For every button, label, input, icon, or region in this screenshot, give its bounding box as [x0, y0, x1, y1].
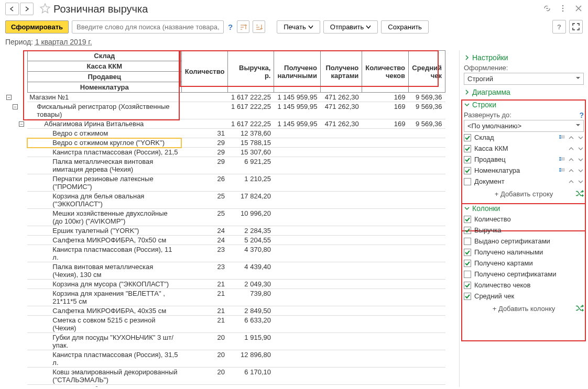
print-button[interactable]: Печать [277, 20, 320, 34]
group-value: 9 569,36 [409, 119, 445, 129]
row-item-label[interactable]: Номенклатура [474, 166, 556, 174]
move-down-icon[interactable] [578, 157, 584, 163]
sort-asc-button[interactable] [237, 20, 249, 33]
form-button[interactable]: Сформировать [5, 20, 69, 34]
move-up-icon[interactable] [568, 168, 574, 174]
nav-back[interactable] [5, 3, 19, 15]
move-down-icon[interactable] [578, 168, 584, 174]
data-row[interactable]: Ковш эмалированный декорированный ("СТАЛ… [27, 368, 181, 385]
group-icon[interactable] [559, 157, 565, 163]
row-item-label[interactable]: Склад [474, 134, 556, 141]
period-value[interactable]: 1 квартал 2019 г. [35, 38, 92, 46]
cell-value: 739,80 [228, 289, 274, 306]
shuffle-icon[interactable] [575, 304, 584, 313]
data-row[interactable]: Корзина для хранения "ВЕЛЕТТА" , 21*11*5… [27, 289, 181, 306]
tree-toggle[interactable]: − [13, 104, 18, 109]
save-button[interactable]: Сохранить [381, 20, 429, 34]
data-row[interactable]: Палка винтовая металлическая (Чехия), 13… [27, 262, 181, 280]
col-item-label[interactable]: Получено наличными [474, 248, 584, 256]
checkbox[interactable] [464, 156, 471, 163]
move-up-icon[interactable] [568, 135, 574, 141]
data-row[interactable]: Ершик туалетный ("YORK") [27, 226, 181, 236]
search-input[interactable] [72, 20, 224, 34]
col-item-label[interactable]: Выдано сертификатами [474, 237, 584, 245]
col-item-label[interactable]: Выручка [474, 226, 584, 234]
add-row-link[interactable]: + Добавить строку [464, 187, 584, 201]
settings-section[interactable]: Настройки [464, 52, 584, 63]
cell-value [320, 157, 362, 174]
group-icon[interactable] [559, 168, 565, 174]
cell-value: 4 439,40 [228, 262, 274, 280]
data-row[interactable]: Салфетка МИКРОФИБРА, 40х35 см [27, 306, 181, 316]
send-button[interactable]: Отправить [323, 20, 378, 34]
design-select[interactable]: Строгий [464, 73, 584, 85]
diagram-section[interactable]: Диаграмма [464, 87, 584, 97]
move-up-icon[interactable] [568, 179, 574, 185]
checkbox[interactable] [464, 134, 471, 141]
checkbox[interactable] [464, 282, 471, 289]
data-row[interactable]: Канистра пластмассовая (Россия), 21,5 [27, 148, 181, 157]
data-row[interactable]: Канистра пластмассовая (Россия), 11 л. [27, 245, 181, 262]
help-rows-icon[interactable]: ? [579, 111, 584, 119]
cell-value [274, 236, 320, 245]
data-row[interactable]: Сметка с совком 5215 с резиной (Чехия) [27, 316, 181, 333]
help-button[interactable]: ? [552, 20, 566, 34]
checkbox[interactable] [464, 227, 471, 234]
row-item-label[interactable]: Продавец [474, 155, 556, 163]
move-down-icon[interactable] [578, 135, 584, 141]
data-row[interactable]: Мешки хозяйственные двухслойные (до 100к… [27, 209, 181, 226]
nav-forward[interactable] [20, 3, 34, 15]
link-icon[interactable] [543, 4, 551, 14]
data-row[interactable]: Корзина для белья пластмассовая прямоуго… [27, 385, 181, 387]
row-item-label[interactable]: Касса ККМ [474, 145, 565, 152]
row-item-label[interactable]: Документ [474, 177, 565, 185]
checkbox[interactable] [464, 167, 471, 174]
rows-section[interactable]: Строки [464, 99, 584, 110]
cell-value: 2 049,30 [228, 280, 274, 289]
group-icon[interactable] [559, 135, 565, 141]
data-row[interactable]: Ведро с отжимом круглое ("YORK") [27, 138, 181, 148]
cols-section[interactable]: Колонки [464, 203, 584, 214]
checkbox[interactable] [464, 249, 471, 256]
data-row[interactable]: Корзина для белья овальная ("ЭККОПЛАСТ") [27, 192, 181, 209]
col-item-label[interactable]: Получено картами [474, 259, 584, 267]
checkbox[interactable] [464, 238, 471, 245]
close-icon[interactable] [574, 4, 583, 14]
move-down-icon[interactable] [578, 179, 584, 185]
tree-toggle[interactable]: − [19, 121, 24, 127]
sort-desc-button[interactable] [253, 20, 265, 33]
checkbox[interactable] [464, 216, 471, 223]
group-row[interactable]: Абнагимова Ирина Витальевна [27, 119, 181, 129]
data-row[interactable]: Губки для посуды "КУХОНЬЧИК" 3 шт/упак. [27, 333, 181, 350]
col-item-label[interactable]: Количество чеков [474, 281, 584, 289]
fullscreen-button[interactable] [569, 20, 583, 34]
col-item-label[interactable]: Количество [474, 215, 584, 223]
add-col-link[interactable]: + Добавить колонку [464, 302, 584, 316]
col-item-label[interactable]: Получено сертификатами [474, 270, 584, 278]
data-row[interactable]: Палка металлическая винтовая имитация де… [27, 157, 181, 174]
shuffle-icon[interactable] [575, 190, 584, 198]
data-row[interactable]: Салфетка МИКРОФИБРА, 70х50 см [27, 236, 181, 245]
cell-value [362, 333, 409, 350]
group-row[interactable]: Магазин №1 [27, 93, 181, 102]
checkbox[interactable] [464, 178, 471, 185]
data-row[interactable]: Ведро с отжимом [27, 129, 181, 138]
more-icon[interactable] [559, 4, 567, 14]
move-down-icon[interactable] [578, 146, 584, 152]
expand-select[interactable]: <По умолчанию> [464, 120, 584, 132]
cell-value [274, 129, 320, 138]
col-item-label[interactable]: Средний чек [474, 292, 584, 300]
data-row[interactable]: Канистра пластмассовая (Россия), 31,5 л. [27, 350, 181, 368]
tree-toggle[interactable]: − [6, 95, 12, 100]
checkbox[interactable] [464, 260, 471, 267]
data-row[interactable]: Корзина для мусора ("ЭККОПЛАСТ") [27, 280, 181, 289]
checkbox[interactable] [464, 145, 471, 152]
favorite-icon[interactable] [40, 3, 50, 15]
help-icon[interactable]: ? [227, 23, 234, 31]
checkbox[interactable] [464, 271, 471, 278]
group-row[interactable]: Фискальный регистратор (Хозяйственные то… [27, 102, 181, 119]
checkbox[interactable] [464, 293, 471, 300]
data-row[interactable]: Перчатки резиновые латексные ("ПРОМИС") [27, 174, 181, 192]
move-up-icon[interactable] [568, 146, 574, 152]
move-up-icon[interactable] [568, 157, 574, 163]
